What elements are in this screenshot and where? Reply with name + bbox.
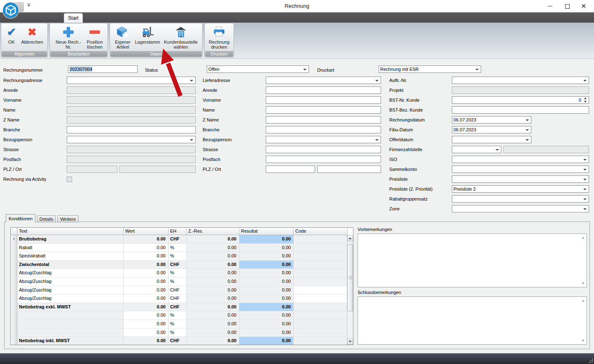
cell-wert[interactable]: 0.00 — [124, 252, 168, 261]
tab-konditionen[interactable]: Konditionen — [6, 214, 35, 222]
row-indicator-cell[interactable] — [11, 320, 17, 329]
cell-code[interactable] — [294, 244, 348, 252]
row-indicator-cell[interactable] — [11, 294, 17, 303]
bst-bez-kunde-input[interactable] — [452, 106, 589, 114]
tab-details[interactable]: Details — [37, 215, 56, 222]
postfach-input[interactable] — [266, 156, 381, 163]
tab-start[interactable]: Start — [64, 13, 83, 23]
cell-zres[interactable]: 0.00 — [187, 311, 239, 320]
cell-eh[interactable]: CHF — [168, 303, 187, 312]
row-indicator-cell[interactable] — [11, 252, 17, 261]
cell-resultat[interactable]: 0.00 — [239, 244, 294, 252]
cell-code[interactable] — [294, 278, 348, 286]
cell-zres[interactable]: 0.00 — [187, 235, 239, 244]
cell-code[interactable] — [294, 286, 348, 295]
cell-zres[interactable]: 0.00 — [187, 329, 239, 337]
cell-wert[interactable]: 0.00 — [124, 320, 168, 329]
cell-wert[interactable]: 0.00 — [124, 235, 168, 244]
vorname-input[interactable] — [266, 96, 381, 104]
ribbon-button-lagerstamm[interactable]: Lagerstamm — [133, 24, 162, 51]
cell-wert[interactable]: 0.00 — [124, 278, 168, 286]
schlussbemerkungen-textarea[interactable]: ▲ ▼ — [358, 296, 587, 345]
cell-resultat[interactable]: 0.00 — [239, 261, 294, 269]
plz-ort-field-2[interactable] — [317, 166, 381, 173]
cell-eh[interactable]: % — [168, 278, 187, 286]
cell-code[interactable] — [294, 261, 348, 269]
spinner-buttons[interactable] — [582, 97, 588, 103]
cell-resultat[interactable]: 0.00 — [239, 252, 294, 261]
iso-dropdown[interactable] — [452, 156, 589, 163]
cell-text[interactable] — [17, 329, 124, 337]
cell-text[interactable]: Abzug/Zuschlag — [17, 294, 124, 303]
arrow-down-icon[interactable]: ▼ — [581, 338, 585, 343]
row-indicator-cell[interactable]: › — [11, 235, 17, 244]
firmenzahlstelle-dropdown[interactable] — [452, 146, 501, 153]
cell-eh[interactable]: % — [168, 320, 187, 329]
cell-text[interactable] — [17, 311, 124, 320]
anrede-input[interactable] — [266, 86, 381, 94]
scroll-down-button[interactable] — [347, 338, 353, 345]
row-indicator-cell[interactable] — [11, 261, 17, 269]
status-dropdown[interactable]: Offen — [207, 65, 309, 73]
cell-wert[interactable]: 0.00 — [124, 294, 168, 303]
column-header-text[interactable]: Text — [17, 228, 124, 235]
row-indicator-cell[interactable] — [11, 311, 17, 320]
tab-weitere[interactable]: Weitere — [57, 215, 79, 222]
cell-eh[interactable]: CHF — [168, 294, 187, 303]
ribbon-button-position-löschen[interactable]: Position löschen — [84, 24, 105, 51]
cell-text[interactable]: Abzug/Zuschlag — [17, 278, 124, 286]
cell-eh[interactable]: CHF — [168, 286, 187, 295]
cell-text[interactable]: Nettobetrag exkl. MWST — [17, 303, 124, 312]
scrollbar-thumb[interactable] — [347, 244, 353, 311]
cell-code[interactable] — [294, 329, 348, 337]
ribbon-button-neue-rech-nr-[interactable]: Neue Rech.-Nr. — [52, 24, 84, 51]
arrow-up-icon[interactable]: ▲ — [581, 236, 585, 240]
lieferadresse-dropdown[interactable] — [266, 77, 381, 84]
cell-code[interactable] — [294, 235, 348, 244]
zone-dropdown[interactable] — [452, 205, 589, 212]
cell-zres[interactable]: 0.00 — [187, 244, 239, 252]
cell-code[interactable] — [294, 303, 348, 312]
rechnungsadresse-dropdown[interactable] — [67, 77, 196, 84]
bezugsperson-dropdown[interactable] — [266, 136, 381, 143]
cell-wert[interactable]: 0.00 — [124, 329, 168, 337]
cell-eh[interactable]: % — [168, 244, 187, 252]
cell-resultat[interactable]: 0.00 — [239, 303, 294, 312]
cell-wert[interactable]: 0.00 — [124, 286, 168, 295]
cell-eh[interactable]: % — [168, 329, 187, 337]
ribbon-button-kundenbaustelle-wählen[interactable]: Kundenbaustelle wählen — [162, 24, 200, 51]
cell-eh[interactable]: % — [168, 269, 187, 278]
cell-wert[interactable]: 0.00 — [124, 311, 168, 320]
close-button[interactable]: ✕ — [577, 2, 591, 11]
resize-grip-icon[interactable] — [588, 358, 593, 363]
cell-code[interactable] — [294, 320, 348, 329]
vorbemerkungen-textarea[interactable]: ▲ ▼ — [358, 233, 587, 287]
arrow-down-icon[interactable]: ▼ — [581, 281, 585, 285]
row-indicator-cell[interactable] — [11, 303, 17, 312]
fibu-datum-dropdown[interactable]: 06.07.2023 — [452, 126, 531, 133]
cell-code[interactable] — [294, 311, 348, 320]
cell-zres[interactable]: 0.00 — [187, 252, 239, 261]
cell-wert[interactable]: 0.00 — [124, 269, 168, 278]
cell-eh[interactable]: CHF — [168, 261, 187, 269]
table-scrollbar[interactable] — [347, 235, 353, 345]
cell-zres[interactable]: 0.00 — [187, 278, 239, 286]
arrow-up-icon[interactable]: ▲ — [581, 299, 585, 303]
branche-input[interactable] — [266, 126, 381, 133]
cell-zres[interactable]: 0.00 — [187, 269, 239, 278]
cell-resultat[interactable]: 0.00 — [239, 311, 294, 320]
ribbon-button-rechnung-drucken[interactable]: Rechnung drucken — [207, 24, 231, 51]
cell-resultat[interactable]: 0.00 — [239, 278, 294, 286]
cell-resultat[interactable]: 0.00 — [239, 235, 294, 244]
cell-code[interactable] — [294, 252, 348, 261]
bezugsperson-dropdown[interactable] — [67, 136, 196, 143]
cell-text[interactable]: Nettobetrag inkl. MWST — [17, 337, 124, 345]
ribbon-button-abbrechen[interactable]: ✖Abbrechen — [19, 24, 45, 51]
cell-wert[interactable]: 0.00 — [124, 337, 168, 345]
cell-zres[interactable]: 0.00 — [187, 261, 239, 269]
sammelkonto-dropdown[interactable] — [452, 166, 589, 173]
column-header-zres[interactable]: Z.-Res. — [187, 228, 239, 235]
cell-zres[interactable]: 0.00 — [187, 303, 239, 312]
cell-resultat[interactable]: 0.00 — [239, 294, 294, 303]
column-header-code[interactable]: Code — [294, 228, 348, 235]
